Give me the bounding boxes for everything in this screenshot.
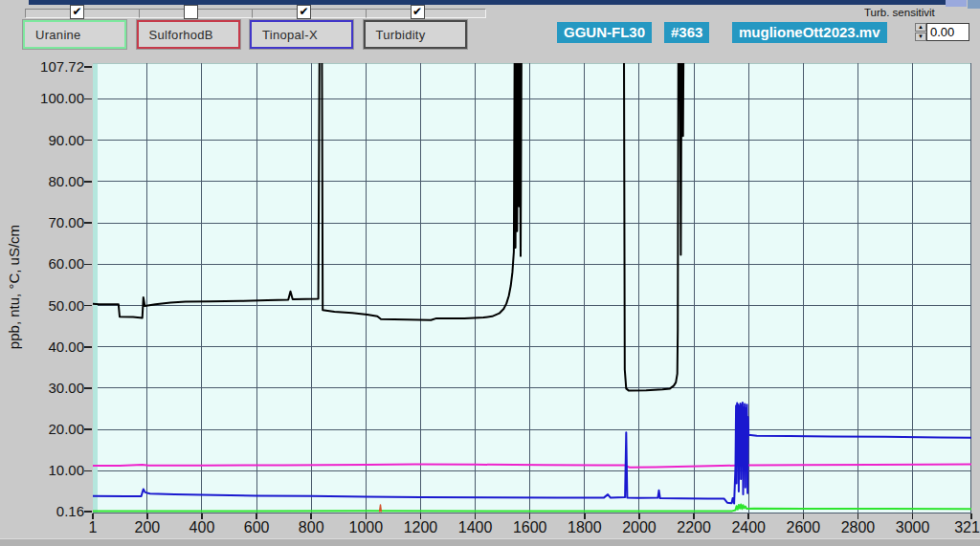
x-tick-label: 400 bbox=[189, 519, 215, 536]
spinner-down-icon[interactable]: ▼ bbox=[915, 33, 926, 41]
y-tick-label: 0.16 bbox=[0, 503, 84, 519]
turb-sensitivity-label: Turb. sensitivit bbox=[864, 7, 980, 18]
turb-sensitivity-spinner: ▲▼ bbox=[915, 23, 926, 41]
channel-slider-track bbox=[139, 9, 259, 18]
x-tick-label: 3215 bbox=[954, 519, 980, 536]
y-tick-label: 80.00 bbox=[0, 173, 84, 189]
x-tick-label: 3000 bbox=[896, 519, 930, 536]
device-label: GGUN-FL30 bbox=[557, 22, 652, 43]
spinner-up-icon[interactable]: ▲ bbox=[915, 23, 926, 32]
x-tick-label: 1200 bbox=[404, 519, 438, 536]
titlebar-strip bbox=[29, 0, 946, 5]
x-tick-label: 600 bbox=[244, 519, 270, 536]
y-tick-label: 107.72 bbox=[0, 58, 84, 75]
x-tick-label: 2200 bbox=[677, 519, 711, 536]
x-tick-label: 2000 bbox=[622, 519, 657, 536]
channel-slider-track bbox=[366, 9, 486, 18]
series-sulforhodb bbox=[380, 505, 382, 512]
x-tick-label: 1 bbox=[89, 519, 98, 536]
channel-button-tinopal-x[interactable]: Tinopal-X bbox=[250, 20, 353, 49]
channel-button-uranine[interactable]: Uranine bbox=[23, 20, 126, 49]
channel-checkbox-uranine[interactable]: ✔ bbox=[70, 5, 84, 19]
file-name-label: muglioneOtt2023.mv bbox=[732, 22, 887, 43]
x-tick-label: 1400 bbox=[458, 519, 493, 536]
y-tick-label: 100.00 bbox=[0, 90, 84, 106]
x-tick-label: 1600 bbox=[513, 519, 547, 536]
bottom-strip bbox=[0, 538, 980, 546]
device-number-badge: #363 bbox=[664, 22, 709, 43]
y-axis-title: ppb, ntu, °C, uS/cm bbox=[6, 191, 25, 382]
x-tick-label: 2600 bbox=[787, 519, 821, 536]
channel-slider-track bbox=[252, 9, 372, 18]
channel-slider-track bbox=[25, 9, 145, 18]
x-tick-label: 1000 bbox=[349, 519, 384, 536]
x-tick-label: 1800 bbox=[568, 519, 602, 536]
channel-button-sulforhodb[interactable]: SulforhodB bbox=[137, 20, 240, 49]
channel-checkbox-sulforhodb[interactable] bbox=[184, 5, 198, 19]
x-tick-label: 800 bbox=[299, 519, 324, 536]
x-tick-label: 2800 bbox=[841, 519, 876, 536]
channel-button-turbidity[interactable]: Turbidity bbox=[364, 20, 467, 49]
x-tick-label: 200 bbox=[134, 519, 160, 536]
turb-sensitivity-input[interactable] bbox=[926, 23, 969, 41]
y-tick-label: 10.00 bbox=[0, 462, 84, 478]
y-tick-label: 20.00 bbox=[0, 421, 84, 437]
window-corner-accent bbox=[946, 0, 967, 7]
channel-checkbox-turbidity[interactable]: ✔ bbox=[411, 5, 425, 19]
x-tick-label: 2400 bbox=[731, 519, 766, 536]
channel-checkbox-tinopal-x[interactable]: ✔ bbox=[297, 5, 311, 19]
chart-canvas bbox=[93, 63, 971, 513]
y-tick-label: 90.00 bbox=[0, 132, 84, 148]
